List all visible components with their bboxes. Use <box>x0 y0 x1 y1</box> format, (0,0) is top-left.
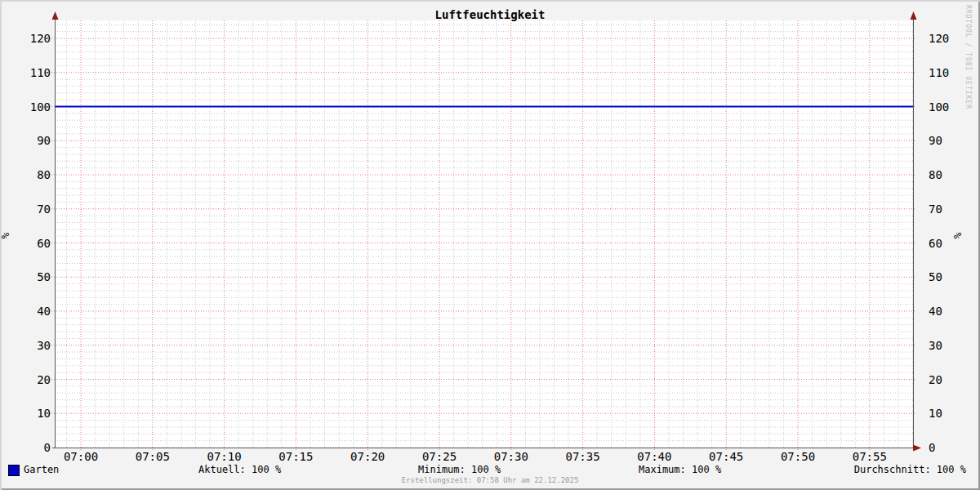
stat-maximum: Maximum: 100 % <box>639 464 721 476</box>
y-tick-label-right: 120 <box>929 32 949 45</box>
stat-current: Aktuell: 100 % <box>198 464 281 476</box>
y-axis-unit-right: % <box>951 233 964 239</box>
stat-average: Durchschnitt: 100 % <box>854 464 966 476</box>
series-label: Garten <box>24 464 59 476</box>
y-tick-label-right: 110 <box>929 66 949 79</box>
y-tick-label-left: 100 <box>30 100 51 114</box>
y-tick-label-left: 50 <box>37 270 51 283</box>
y-tick-label-left: 60 <box>37 237 51 250</box>
y-tick-label-left: 90 <box>37 134 51 147</box>
y-tick-label-left: 10 <box>37 407 51 420</box>
y-tick-label-left: 30 <box>37 339 51 352</box>
rrdtool-watermark: RRDTOOL / TOBI OETIKER <box>964 5 972 109</box>
series-color-swatch <box>8 465 20 476</box>
legend-row: Garten Aktuell: 100 % Minimum: 100 % Max… <box>0 464 980 476</box>
y-tick-label-right: 70 <box>929 203 942 216</box>
x-tick-label: 07:30 <box>494 451 528 462</box>
x-tick-label: 07:05 <box>136 451 170 462</box>
y-tick-label-left: 40 <box>37 305 51 318</box>
y-axis-unit-left: % <box>0 233 11 239</box>
x-tick-label: 07:40 <box>637 451 671 462</box>
y-tick-label-left: 80 <box>37 168 51 181</box>
y-tick-label-right: 100 <box>929 100 949 114</box>
x-tick-label: 07:10 <box>207 451 242 462</box>
x-tick-label: 07:45 <box>709 451 743 462</box>
y-tick-label-right: 20 <box>929 373 942 386</box>
y-tick-label-right: 0 <box>929 441 935 454</box>
creation-time-text: Erstellungszeit: 07:58 Uhr am 22.12.2025 <box>0 476 980 484</box>
y-tick-label-left: 0 <box>44 441 51 454</box>
y-tick-label-right: 90 <box>929 134 942 147</box>
y-tick-label-left: 110 <box>30 66 51 79</box>
x-tick-label: 07:15 <box>278 451 313 462</box>
chart-title: Luftfeuchtigkeit <box>0 8 980 21</box>
x-tick-label: 07:00 <box>64 451 98 462</box>
x-tick-label: 07:35 <box>566 451 600 462</box>
stat-minimum: Minimum: 100 % <box>418 464 501 476</box>
y-tick-label-left: 120 <box>30 32 51 45</box>
x-tick-label: 07:20 <box>350 451 385 462</box>
y-tick-label-right: 40 <box>929 305 942 318</box>
x-tick-label: 07:50 <box>781 451 815 462</box>
y-tick-label-right: 80 <box>929 168 942 181</box>
x-tick-label: 07:55 <box>853 451 887 462</box>
y-tick-label-left: 20 <box>37 373 51 386</box>
rrdtool-graph: Luftfeuchtigkeit % % 0102030405060708090… <box>0 0 980 490</box>
y-tick-label-right: 10 <box>929 407 942 420</box>
y-tick-label-right: 60 <box>929 237 942 250</box>
y-tick-label-left: 70 <box>37 203 51 216</box>
plot-area <box>0 0 980 490</box>
y-tick-label-right: 30 <box>929 339 942 352</box>
y-tick-label-right: 50 <box>929 270 942 283</box>
x-tick-label: 07:25 <box>422 451 457 462</box>
